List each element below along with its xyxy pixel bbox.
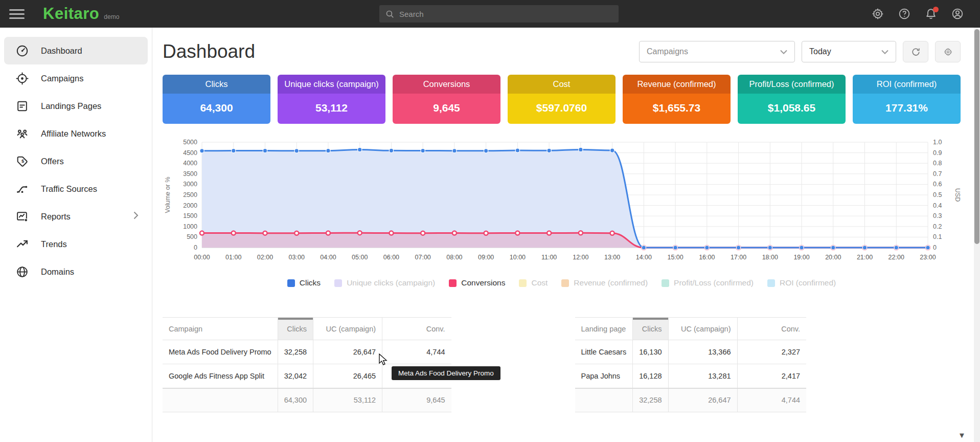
svg-text:Volume or %: Volume or % [164, 177, 171, 213]
legend-swatch [519, 279, 527, 287]
globe-icon [15, 265, 29, 278]
row-name-cell[interactable]: Papa Johns [575, 364, 633, 388]
daterange-select[interactable]: Today [802, 41, 896, 62]
kpi-value: $1,655.73 [623, 94, 731, 124]
logo-text: Keitaro [43, 5, 99, 23]
legend-item-unique-clicks-campaign[interactable]: Unique clicks (campaign) [334, 278, 435, 288]
vertical-scrollbar[interactable] [974, 28, 980, 442]
search-box[interactable] [379, 5, 619, 23]
sidebar-item-label: Dashboard [41, 46, 82, 56]
svg-text:23:00: 23:00 [920, 254, 936, 261]
legend-item-clicks[interactable]: Clicks [287, 278, 321, 288]
scroll-down-arrow-icon[interactable]: ▼ [958, 431, 966, 439]
column-header-conv[interactable]: Conv. [737, 318, 806, 340]
legend-label: Unique clicks (campaign) [347, 278, 435, 288]
chevron-right-icon [133, 211, 139, 222]
kpi-label: Unique clicks (campaign) [278, 75, 385, 94]
kpi-card-unique-clicks-campaign: Unique clicks (campaign)53,112 [278, 75, 385, 124]
kpi-card-roi-confirmed: ROI (confirmed)177.31% [853, 75, 961, 124]
kpi-label: Clicks [163, 75, 270, 94]
total-cell: 4,744 [737, 388, 806, 412]
sidebar-item-reports[interactable]: Reports [4, 203, 148, 230]
svg-text:5000: 5000 [183, 139, 197, 146]
sidebar-item-domains[interactable]: Domains [4, 258, 148, 285]
gear-icon[interactable] [872, 8, 884, 20]
column-header-clicks[interactable]: Clicks [278, 318, 313, 340]
svg-text:3000: 3000 [183, 181, 197, 188]
sidebar-item-label: Landings Pages [41, 101, 101, 111]
svg-text:0.8: 0.8 [933, 160, 942, 167]
scrollbar-thumb[interactable] [974, 29, 979, 244]
legend-item-cost[interactable]: Cost [519, 278, 548, 288]
topbar-icons [872, 0, 964, 28]
kpi-card-cost: Cost$597.0760 [508, 75, 616, 124]
campaigns-table: CampaignClicksUC (campaign)Conv.Meta Ads… [163, 317, 451, 412]
table-totals-row: 32,25826,6474,744 [575, 388, 807, 412]
row-value-cell: 2,417 [737, 364, 806, 388]
sidebar-item-landings-pages[interactable]: Landings Pages [4, 92, 148, 120]
grouping-select[interactable]: Campaigns [639, 41, 795, 62]
table-row[interactable]: Papa Johns16,12813,2812,417 [575, 364, 807, 388]
svg-text:11:00: 11:00 [541, 254, 557, 261]
table-row[interactable]: Meta Ads Food Delivery Promo32,25826,647… [163, 340, 451, 364]
sidebar-item-trends[interactable]: Trends [4, 230, 148, 258]
dashboard-settings-button[interactable] [935, 41, 961, 62]
sidebar-item-affiliate-networks[interactable]: Affiliate Networks [4, 120, 148, 147]
chart-legend: ClicksUnique clicks (campaign)Conversion… [163, 278, 961, 288]
svg-text:0.4: 0.4 [933, 202, 942, 209]
help-icon[interactable] [898, 8, 910, 20]
search-input[interactable] [399, 10, 612, 18]
row-name-cell[interactable]: Meta Ads Food Delivery Promo [163, 340, 278, 364]
svg-text:17:00: 17:00 [731, 254, 746, 261]
column-header-campaign[interactable]: Campaign [163, 318, 278, 340]
svg-text:20:00: 20:00 [825, 254, 841, 261]
legend-item-revenue-confirmed[interactable]: Revenue (confirmed) [561, 278, 648, 288]
column-header-conv[interactable]: Conv. [382, 318, 451, 340]
legend-item-conversions[interactable]: Conversions [449, 278, 505, 288]
svg-text:00:00: 00:00 [194, 254, 210, 261]
svg-text:1000: 1000 [183, 223, 197, 230]
refresh-button[interactable] [903, 41, 928, 62]
svg-text:02:00: 02:00 [257, 254, 273, 261]
row-value-cell: 26,647 [313, 340, 382, 364]
main-content: Dashboard Campaigns Today Clicks64,300Un… [152, 28, 974, 442]
tag-icon: $ [15, 154, 29, 168]
table-row[interactable]: Little Caesars16,13013,3662,327 [575, 340, 807, 364]
sidebar-item-campaigns[interactable]: Campaigns [4, 64, 148, 92]
svg-text:15:00: 15:00 [667, 254, 683, 261]
legend-item-roi-confirmed[interactable]: ROI (confirmed) [767, 278, 836, 288]
svg-text:04:00: 04:00 [320, 254, 336, 261]
total-cell: 64,300 [278, 388, 313, 412]
svg-text:$: $ [21, 159, 24, 164]
svg-text:12:00: 12:00 [573, 254, 588, 261]
mouse-cursor [378, 353, 390, 366]
svg-text:0.5: 0.5 [933, 191, 942, 198]
sidebar-item-offers[interactable]: $Offers [4, 147, 148, 175]
svg-text:22:00: 22:00 [888, 254, 904, 261]
svg-text:2000: 2000 [183, 202, 197, 209]
svg-text:2500: 2500 [183, 191, 197, 198]
row-name-cell[interactable]: Little Caesars [575, 340, 633, 364]
column-header-uc-campaign[interactable]: UC (campaign) [668, 318, 737, 340]
account-icon[interactable] [951, 8, 964, 20]
bell-icon[interactable] [925, 8, 937, 20]
column-header-uc-campaign[interactable]: UC (campaign) [313, 318, 382, 340]
total-cell: 53,112 [313, 388, 382, 412]
page-title: Dashboard [163, 41, 255, 62]
topbar: Keitaro demo [0, 0, 980, 28]
column-header-clicks[interactable]: Clicks [633, 318, 668, 340]
menu-icon[interactable] [9, 7, 25, 21]
svg-text:08:00: 08:00 [446, 254, 462, 261]
sidebar-item-traffic-sources[interactable]: Traffic Sources [4, 175, 148, 203]
kpi-value: $597.0760 [508, 94, 616, 124]
app-logo[interactable]: Keitaro demo [43, 5, 119, 23]
legend-swatch [662, 279, 669, 287]
split-icon [15, 182, 29, 195]
column-header-landing-page[interactable]: Landing page [575, 318, 633, 340]
sidebar-item-dashboard[interactable]: Dashboard [4, 37, 148, 64]
svg-text:0.7: 0.7 [933, 170, 942, 178]
row-name-cell[interactable]: Google Ads Fitness App Split [163, 364, 278, 388]
legend-item-profit-loss-confirmed[interactable]: Profit/Loss (confirmed) [662, 278, 754, 288]
kpi-label: Profit/Loss (confirmed) [738, 75, 846, 94]
grouping-select-value: Campaigns [647, 47, 688, 56]
